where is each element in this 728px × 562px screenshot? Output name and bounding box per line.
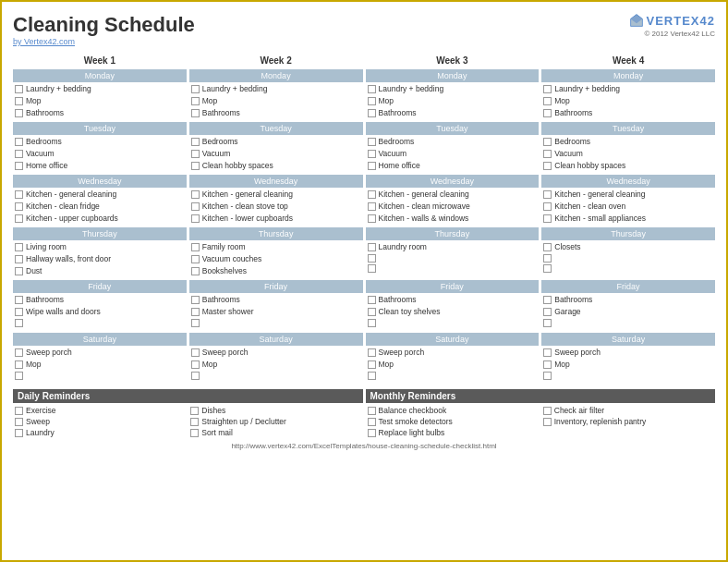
- checkbox[interactable]: [368, 348, 376, 357]
- checkbox[interactable]: [543, 319, 552, 327]
- checkbox[interactable]: [543, 254, 552, 263]
- checkbox[interactable]: [368, 296, 376, 304]
- checkbox[interactable]: [368, 162, 376, 170]
- checkbox[interactable]: [190, 429, 199, 437]
- checkbox[interactable]: [191, 360, 200, 369]
- checkbox[interactable]: [191, 296, 200, 304]
- checkbox[interactable]: [15, 296, 23, 304]
- checkbox[interactable]: [191, 138, 200, 146]
- checkbox[interactable]: [543, 243, 552, 251]
- checkbox[interactable]: [15, 360, 23, 369]
- item-text: Kitchen - clean stove top: [202, 202, 288, 212]
- checkbox[interactable]: [543, 85, 552, 93]
- checkbox[interactable]: [368, 407, 376, 415]
- day-item: [13, 371, 187, 381]
- checkbox[interactable]: [191, 214, 200, 223]
- checkbox[interactable]: [368, 429, 376, 437]
- day-items: Sweep porchMop: [13, 347, 187, 384]
- checkbox[interactable]: [543, 407, 552, 415]
- checkbox[interactable]: [368, 319, 376, 327]
- day-item: Kitchen - walls & windows: [366, 213, 540, 225]
- checkbox[interactable]: [368, 138, 376, 146]
- checkbox[interactable]: [543, 109, 552, 117]
- checkbox[interactable]: [15, 85, 23, 93]
- item-text: Bedrooms: [26, 137, 62, 147]
- checkbox[interactable]: [191, 267, 200, 275]
- checkbox[interactable]: [543, 214, 552, 223]
- item-text: Kitchen - clean microwave: [379, 202, 470, 212]
- checkbox[interactable]: [191, 202, 200, 211]
- checkbox[interactable]: [191, 319, 200, 327]
- checkbox[interactable]: [15, 319, 23, 327]
- checkbox[interactable]: [543, 308, 552, 316]
- checkbox[interactable]: [191, 97, 200, 105]
- checkbox[interactable]: [191, 243, 200, 251]
- checkbox[interactable]: [543, 97, 552, 105]
- week-2-header: Week 2: [189, 54, 363, 67]
- day-header: Tuesday: [13, 122, 187, 135]
- checkbox[interactable]: [543, 264, 552, 273]
- item-text: Bedrooms: [379, 137, 415, 147]
- reminder-text: Exercise: [26, 406, 56, 415]
- checkbox[interactable]: [191, 255, 200, 263]
- checkbox[interactable]: [15, 418, 23, 426]
- checkbox[interactable]: [368, 418, 376, 426]
- checkbox[interactable]: [368, 254, 376, 263]
- checkbox[interactable]: [543, 372, 552, 380]
- checkbox[interactable]: [191, 85, 200, 93]
- checkbox[interactable]: [368, 97, 376, 105]
- checkbox[interactable]: [368, 190, 376, 199]
- checkbox[interactable]: [368, 243, 376, 251]
- checkbox[interactable]: [15, 190, 23, 199]
- checkbox[interactable]: [191, 162, 200, 170]
- item-text: Kitchen - lower cupboards: [202, 214, 293, 224]
- checkbox[interactable]: [15, 214, 23, 223]
- checkbox[interactable]: [543, 138, 552, 146]
- checkbox[interactable]: [543, 418, 552, 426]
- checkbox[interactable]: [15, 109, 23, 117]
- checkbox[interactable]: [191, 109, 200, 117]
- checkbox[interactable]: [543, 202, 552, 211]
- checkbox[interactable]: [190, 407, 199, 415]
- checkbox[interactable]: [191, 150, 200, 158]
- checkbox[interactable]: [368, 85, 376, 93]
- checkbox[interactable]: [368, 264, 376, 273]
- checkbox[interactable]: [15, 372, 23, 380]
- checkbox[interactable]: [191, 372, 200, 380]
- checkbox[interactable]: [15, 150, 23, 158]
- checkbox[interactable]: [543, 150, 552, 158]
- item-text: Bathrooms: [379, 108, 417, 118]
- checkbox[interactable]: [15, 162, 23, 170]
- checkbox[interactable]: [368, 150, 376, 158]
- day-item: Bedrooms: [541, 136, 715, 148]
- day-item: Laundry + bedding: [13, 83, 187, 95]
- checkbox[interactable]: [190, 418, 199, 426]
- checkbox[interactable]: [543, 348, 552, 357]
- checkbox[interactable]: [191, 348, 200, 357]
- checkbox[interactable]: [15, 407, 23, 415]
- checkbox[interactable]: [368, 308, 376, 316]
- item-text: Bathrooms: [554, 108, 592, 118]
- reminder-item: Exercise: [13, 405, 187, 416]
- checkbox[interactable]: [15, 348, 23, 357]
- day-item: Mop: [189, 95, 363, 107]
- checkbox[interactable]: [543, 162, 552, 170]
- checkbox[interactable]: [368, 360, 376, 369]
- checkbox[interactable]: [15, 308, 23, 316]
- checkbox[interactable]: [15, 202, 23, 211]
- checkbox[interactable]: [543, 190, 552, 199]
- checkbox[interactable]: [368, 372, 376, 380]
- checkbox[interactable]: [368, 202, 376, 211]
- checkbox[interactable]: [15, 429, 23, 437]
- checkbox[interactable]: [15, 138, 23, 146]
- checkbox[interactable]: [368, 109, 376, 117]
- checkbox[interactable]: [15, 97, 23, 105]
- checkbox[interactable]: [15, 267, 23, 275]
- checkbox[interactable]: [15, 243, 23, 251]
- checkbox[interactable]: [191, 190, 200, 199]
- checkbox[interactable]: [543, 360, 552, 369]
- checkbox[interactable]: [191, 308, 200, 316]
- checkbox[interactable]: [543, 296, 552, 304]
- checkbox[interactable]: [15, 255, 23, 263]
- checkbox[interactable]: [368, 214, 376, 223]
